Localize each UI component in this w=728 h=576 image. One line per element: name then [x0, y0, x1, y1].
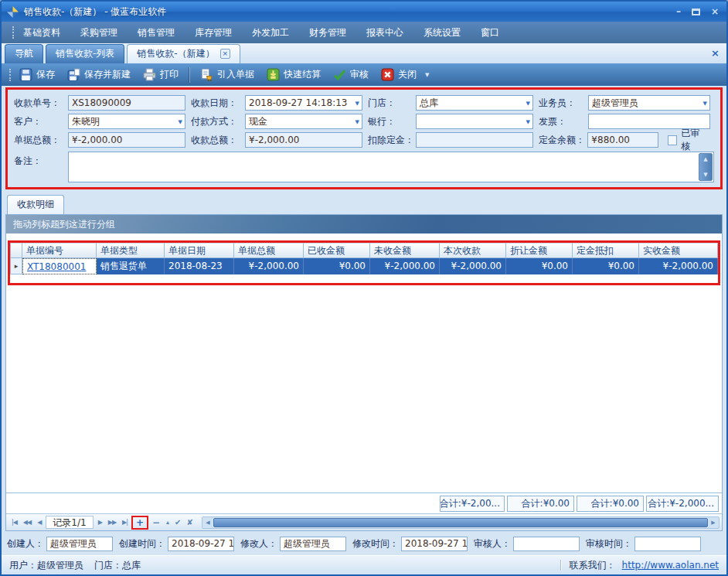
col-received[interactable]: 已收金额: [304, 243, 370, 258]
receipt-date-label: 收款日期：: [191, 97, 245, 110]
close-form-button[interactable]: 关闭: [376, 66, 422, 83]
invoice-field[interactable]: [588, 114, 710, 129]
scroll-down-icon[interactable]: ▼: [703, 172, 707, 178]
tab-receipt-new[interactable]: 销售收款-（新建） ×: [127, 44, 240, 63]
remark-scrollbar[interactable]: ▲ ▼: [699, 153, 713, 181]
totals-bar: 合计:¥-2,00... 合计:¥0.00 合计:¥0.00 合计:¥-2,00…: [6, 492, 722, 513]
remark-label: 备注：: [14, 152, 68, 168]
tabstrip-close-icon[interactable]: ×: [711, 47, 719, 59]
delete-row-button[interactable]: −: [149, 517, 163, 528]
modify-time-field: 2018-09-27 14: [401, 537, 468, 551]
print-button[interactable]: 打印: [138, 66, 184, 83]
confirm-edit-icon[interactable]: ✔: [172, 518, 183, 527]
group-by-bar[interactable]: 拖动列标题到这进行分组: [6, 215, 722, 233]
receipt-date-field[interactable]: 2018-09-27 14:18:13▼: [245, 95, 362, 111]
cancel-edit-icon[interactable]: ✘: [184, 518, 196, 527]
content-area: 收款单号： XS18090009 收款日期： 2018-09-27 14:18:…: [2, 86, 726, 555]
print-icon: [143, 68, 156, 81]
close-icon[interactable]: ×: [711, 7, 719, 16]
record-navigator: |◀ ◀◀ ◀ 记录1/1 ▶ ▶▶ ▶| + − ▴ ✔ ✘ ◀ ▶: [6, 513, 722, 530]
col-this-receipt[interactable]: 本次收款: [440, 243, 506, 258]
chevron-down-icon[interactable]: ▼: [526, 101, 530, 107]
customer-field[interactable]: 朱晓明▼: [68, 114, 185, 129]
grid-horizontal-scrollbar[interactable]: ◀ ▶: [202, 516, 719, 529]
store-field[interactable]: 总库▼: [416, 95, 533, 111]
import-document-icon: [200, 68, 213, 81]
col-unreceived[interactable]: 未收金额: [370, 243, 440, 258]
save-button[interactable]: 保存: [14, 66, 60, 83]
scroll-up-icon[interactable]: ▲: [703, 156, 707, 162]
annotation-rect-grid: 单据编号 单据类型 单据日期 单据总额 已收金额 未收金额 本次收款 折让金额 …: [8, 240, 720, 285]
chevron-down-icon[interactable]: ▼: [179, 119, 182, 125]
nav-first-icon[interactable]: |◀: [9, 519, 20, 526]
audited-checkbox[interactable]: [668, 135, 678, 145]
menu-finance[interactable]: 财务管理: [309, 26, 346, 39]
salesman-field[interactable]: 超级管理员▼: [588, 95, 710, 111]
menu-settings[interactable]: 系统设置: [424, 26, 461, 39]
quick-settle-button[interactable]: 快速结算: [261, 66, 326, 83]
maximize-icon[interactable]: [692, 9, 700, 15]
doc-no-link[interactable]: XT18080001: [22, 258, 97, 274]
pay-method-field[interactable]: 现金▼: [245, 114, 362, 129]
col-actual-received[interactable]: 实收金额: [639, 243, 718, 258]
doc-total-field: ¥-2,000.00: [68, 132, 185, 148]
bank-label: 银行：: [368, 115, 416, 128]
website-link[interactable]: http://www.aolan.net: [622, 560, 719, 571]
audited-label: 已审核: [681, 127, 709, 153]
scroll-right-icon[interactable]: ▶: [708, 517, 719, 528]
col-doc-no[interactable]: 单据编号: [22, 243, 97, 258]
tab-receipt-list[interactable]: 销售收款-列表: [46, 44, 124, 63]
col-doc-date[interactable]: 单据日期: [165, 243, 234, 258]
nav-prev-icon[interactable]: ◀: [34, 519, 44, 526]
detail-grid: 单据编号 单据类型 单据日期 单据总额 已收金额 未收金额 本次收款 折让金额 …: [6, 233, 722, 492]
nav-next-icon[interactable]: ▶: [95, 519, 105, 526]
receipt-no-label: 收款单号：: [14, 97, 68, 110]
toolbar-overflow-caret-icon[interactable]: ▼: [425, 72, 429, 78]
tab-navigation[interactable]: 导航: [5, 44, 43, 63]
table-row[interactable]: ▸ XT18080001 销售退货单 2018-08-23 ¥-2,000.00…: [10, 258, 718, 274]
scroll-left-icon[interactable]: ◀: [202, 517, 213, 528]
nav-fast-prev-icon[interactable]: ◀◀: [20, 519, 34, 526]
tab-receipt-detail[interactable]: 收款明细: [7, 195, 64, 214]
menu-inventory[interactable]: 库存管理: [195, 26, 232, 39]
store-label: 门店：: [368, 97, 416, 110]
deposit-deduct-field[interactable]: [416, 132, 533, 148]
tab-close-icon[interactable]: ×: [220, 49, 230, 59]
record-counter: 记录1/1: [46, 516, 93, 529]
remark-textarea[interactable]: ▲ ▼: [68, 152, 714, 182]
receipt-no-field[interactable]: XS18090009: [68, 95, 185, 111]
import-document-button[interactable]: 引入单据: [195, 66, 260, 83]
col-doc-total[interactable]: 单据总额: [234, 243, 304, 258]
chevron-down-icon[interactable]: ▼: [703, 101, 707, 107]
menu-base-data[interactable]: 基础资料: [23, 26, 60, 39]
audit-time-field: [634, 537, 701, 551]
audit-button[interactable]: 审核: [328, 66, 374, 83]
minimize-icon[interactable]: –: [676, 7, 681, 16]
menu-window[interactable]: 窗口: [481, 26, 499, 39]
add-row-button[interactable]: +: [133, 517, 147, 528]
cell-actual-received: ¥-2,000.00: [639, 258, 718, 274]
creator-label: 创建人：: [7, 537, 44, 550]
nav-last-icon[interactable]: ▶|: [119, 519, 131, 526]
menu-sales[interactable]: 销售管理: [138, 26, 175, 39]
doc-total-label: 单据总额：: [14, 134, 68, 147]
save-new-icon: [67, 68, 80, 81]
menu-reports[interactable]: 报表中心: [366, 26, 403, 39]
chevron-down-icon[interactable]: ▼: [526, 119, 530, 125]
menu-outsourcing[interactable]: 外发加工: [252, 26, 289, 39]
col-doc-type[interactable]: 单据类型: [97, 243, 165, 258]
cell-discount: ¥0.00: [506, 258, 573, 274]
nav-fast-next-icon[interactable]: ▶▶: [105, 519, 119, 526]
save-and-new-button[interactable]: 保存并新建: [62, 66, 136, 83]
edit-row-icon[interactable]: ▴: [163, 519, 172, 526]
col-discount[interactable]: 折让金额: [506, 243, 573, 258]
bank-field[interactable]: ▼: [416, 114, 533, 129]
col-deposit-offset[interactable]: 定金抵扣: [573, 243, 639, 258]
chevron-down-icon[interactable]: ▼: [355, 119, 359, 125]
app-window: 销售收款-（新建） - 傲蓝布业软件 – × 基础资料 采购管理 销售管理 库存…: [0, 0, 728, 576]
scrollbar-thumb[interactable]: [213, 518, 708, 527]
menu-purchase[interactable]: 采购管理: [80, 26, 117, 39]
cell-doc-total: ¥-2,000.00: [234, 258, 304, 274]
chevron-down-icon[interactable]: ▼: [355, 101, 359, 107]
customer-label: 客户：: [14, 115, 68, 128]
